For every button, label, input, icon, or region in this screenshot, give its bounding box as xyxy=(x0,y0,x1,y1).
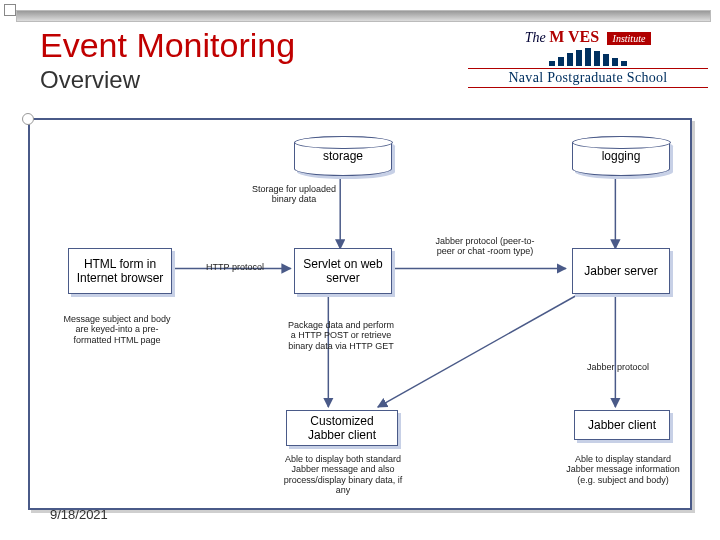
slide-title: Event Monitoring xyxy=(40,26,295,65)
node-storage-label: storage xyxy=(323,149,363,163)
node-servlet-label: Servlet on web server xyxy=(301,257,385,286)
node-servlet: Servlet on web server xyxy=(294,248,392,294)
node-storage: storage xyxy=(294,136,392,176)
slide-subtitle: Overview xyxy=(40,66,140,94)
annotation-http-protocol: HTTP protocol xyxy=(200,262,270,272)
node-html-form: HTML form in Internet browser xyxy=(68,248,172,294)
decoration-bar xyxy=(16,10,711,22)
node-customized-client-label: Customized Jabber client xyxy=(293,414,391,443)
node-logging: logging xyxy=(572,136,670,176)
node-logging-label: logging xyxy=(602,149,641,163)
moves-prefix: The xyxy=(525,30,546,45)
node-customized-client: Customized Jabber client xyxy=(286,410,398,446)
diagram-frame: storage logging HTML form in Internet br… xyxy=(28,118,692,510)
annotation-storage-uploaded: Storage for uploaded binary data xyxy=(248,184,340,205)
annotation-display-standard: Able to display standard Jabber message … xyxy=(560,454,686,485)
decoration-circle xyxy=(22,113,34,125)
institution-logo: The M VES Institute Naval Postgraduate S… xyxy=(468,28,708,88)
annotation-jabber-peer: Jabber protocol (peer-to-peer or chat -r… xyxy=(430,236,540,257)
moves-logo-text: The M VES Institute xyxy=(468,28,708,46)
svg-line-5 xyxy=(378,290,586,407)
node-jabber-client: Jabber client xyxy=(574,410,670,440)
node-jabber-client-label: Jabber client xyxy=(588,418,656,432)
moves-caps: M VES xyxy=(549,28,599,45)
annotation-package-data: Package data and perform a HTTP POST or … xyxy=(286,320,396,351)
decoration-square xyxy=(4,4,16,16)
nps-label: Naval Postgraduate School xyxy=(468,68,708,88)
node-jabber-server: Jabber server xyxy=(572,248,670,294)
slide: Event Monitoring Overview The M VES Inst… xyxy=(0,0,720,540)
slide-date: 9/18/2021 xyxy=(50,507,108,522)
institute-label: Institute xyxy=(607,32,652,45)
annotation-jabber-protocol: Jabber protocol xyxy=(568,362,668,372)
annotation-message-subject: Message subject and body are keyed-into … xyxy=(58,314,176,345)
node-html-form-label: HTML form in Internet browser xyxy=(75,257,165,286)
node-jabber-server-label: Jabber server xyxy=(584,264,657,278)
logo-bars-icon xyxy=(468,48,708,66)
annotation-display-both: Able to display both standard Jabber mes… xyxy=(278,454,408,495)
